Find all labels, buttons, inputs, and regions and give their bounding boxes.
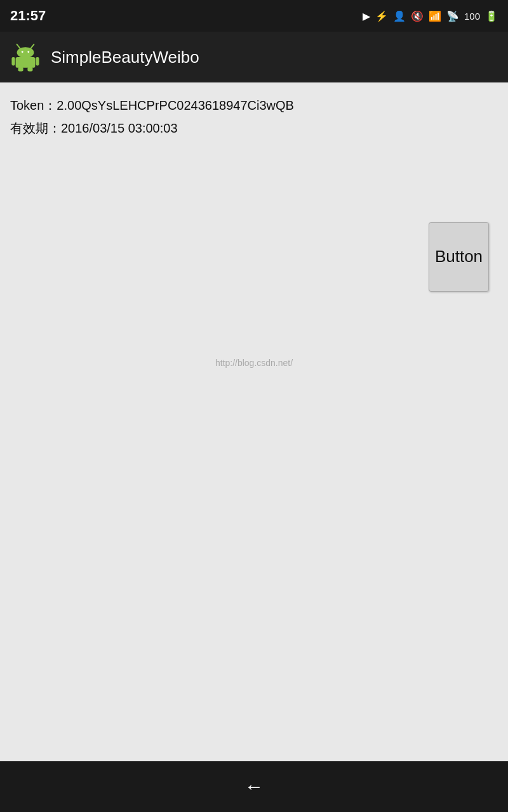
- app-bar: SimpleBeautyWeibo: [0, 32, 508, 82]
- svg-rect-8: [18, 67, 23, 72]
- svg-line-0: [17, 44, 20, 49]
- main-action-button[interactable]: Button: [429, 222, 489, 292]
- svg-point-3: [22, 51, 23, 53]
- svg-rect-5: [16, 57, 36, 68]
- svg-line-1: [30, 44, 34, 49]
- battery-icon: 🔋: [485, 10, 498, 22]
- token-info: Token：2.00QsYsLEHCPrPC0243618947Ci3wQB: [10, 95, 498, 115]
- usb-icon: ⚡: [375, 10, 388, 22]
- expiry-info: 有效期：2016/03/15 03:00:03: [10, 118, 498, 138]
- mute-icon: 🔇: [411, 10, 424, 22]
- android-logo-icon: [10, 42, 41, 72]
- svg-rect-9: [27, 67, 32, 72]
- svg-rect-7: [36, 57, 39, 65]
- app-title: SimpleBeautyWeibo: [51, 48, 199, 67]
- people-icon: 👤: [393, 10, 406, 22]
- status-icons: ▶ ⚡ 👤 🔇 📶 📡 100 🔋: [363, 10, 498, 22]
- play-icon: ▶: [363, 10, 370, 22]
- back-button[interactable]: ←: [235, 768, 273, 806]
- button-container: Button: [429, 222, 489, 292]
- main-content: Token：2.00QsYsLEHCPrPC0243618947Ci3wQB 有…: [0, 82, 508, 761]
- signal-icon: 📡: [446, 10, 459, 22]
- watermark: http://blog.csdn.net/: [215, 358, 293, 368]
- wifi-icon: 📶: [429, 10, 441, 22]
- status-time: 21:57: [10, 8, 46, 24]
- svg-rect-6: [11, 57, 15, 65]
- svg-point-2: [17, 47, 34, 58]
- bottom-nav: ←: [0, 761, 508, 812]
- svg-point-4: [27, 51, 29, 53]
- status-bar: 21:57 ▶ ⚡ 👤 🔇 📶 📡 100 🔋: [0, 0, 508, 32]
- battery-level: 100: [464, 11, 480, 22]
